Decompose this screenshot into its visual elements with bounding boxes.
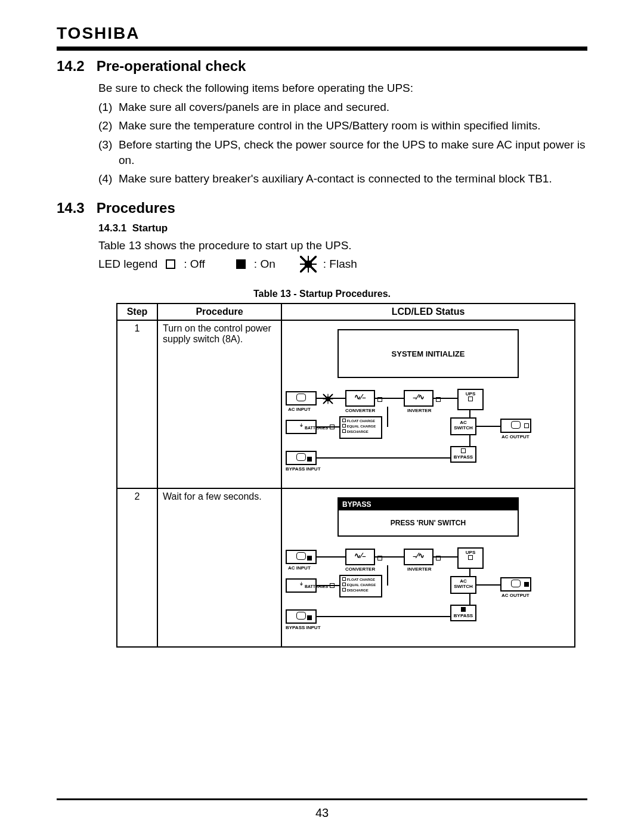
step-number: 2 [117, 488, 157, 647]
legend-off: : Off [184, 258, 205, 271]
procedure-text: Turn on the control power supply switch … [157, 320, 281, 488]
ac-input-block [286, 550, 317, 564]
col-step: Step [117, 304, 157, 320]
converter-label: CONVERTER [345, 408, 375, 413]
inverter-label: INVERTER [407, 566, 431, 572]
table-row: 1 Turn on the control power supply switc… [117, 320, 575, 488]
led-on-icon [236, 259, 246, 269]
bypass-input-block [286, 451, 317, 465]
item-text: Before starting the UPS, check the power… [119, 137, 587, 168]
bypass-input-label: BYPASS INPUT [286, 625, 321, 630]
lcd-display: SYSTEM INITIALIZE [338, 329, 519, 378]
item-num: (4) [98, 171, 119, 187]
bypass-block: BYPASS [450, 605, 476, 621]
col-lcd: LCD/LED Status [281, 304, 575, 320]
section-14-3-heading: 14.3 Procedures [57, 200, 587, 216]
item-text: Make sure the temperature control in the… [119, 118, 587, 134]
converter-block: ∿⁄₋ [345, 390, 375, 407]
step-number: 1 [117, 320, 157, 488]
ups-block: UPS [457, 389, 484, 410]
item-num: (1) [98, 100, 119, 115]
led-flash-icon [324, 395, 332, 403]
header-rule [57, 47, 587, 51]
section-title: Pre-operational check [97, 58, 246, 74]
led-legend: LED legend : Off : On : Flash [98, 258, 587, 271]
section-intro: Be sure to check the following items bef… [98, 80, 587, 96]
legend-on: : On [254, 258, 275, 271]
legend-label: LED legend [98, 258, 157, 271]
item-num: (2) [98, 118, 119, 134]
bypass-input-block [286, 609, 317, 624]
ac-output-label: AC OUTPUT [501, 593, 530, 598]
procedure-text: Wait for a few seconds. [157, 488, 281, 647]
item-text: Make sure battery breaker's auxiliary A-… [119, 171, 587, 187]
ac-input-label: AC INPUT [288, 565, 311, 571]
section-number: 14.2 [57, 58, 92, 75]
charge-block: FLOAT CHARGE EQUAL CHARGE DISCHARGE [339, 575, 382, 597]
bypass-input-label: BYPASS INPUT [286, 466, 321, 472]
inverter-block: ₋⁄∿ [404, 390, 434, 407]
table-header-row: Step Procedure LCD/LED Status [117, 304, 575, 320]
lcd-cell: SYSTEM INITIALIZE AC INPUT ∿⁄₋ CONVERTER… [281, 320, 575, 488]
brand-logo: TOSHIBA [57, 24, 587, 43]
subsection-title: Startup [132, 222, 168, 234]
charge-block: FLOAT CHARGE EQUAL CHARGE DISCHARGE [339, 416, 382, 439]
converter-block: ∿⁄₋ [345, 549, 375, 565]
item-num: (3) [98, 137, 119, 168]
ac-input-block [286, 391, 317, 405]
ac-input-label: AC INPUT [288, 407, 311, 412]
legend-flash: : Flash [323, 258, 357, 271]
led-off-icon [166, 259, 175, 269]
section-title: Procedures [97, 200, 175, 216]
section-number: 14.3 [57, 200, 92, 216]
inverter-block: ₋⁄∿ [404, 549, 434, 565]
lcd-cell: BYPASS PRESS 'RUN' SWITCH AC INPUT ∿⁄₋ C… [281, 488, 575, 647]
page-number: 43 [0, 806, 644, 820]
check-list: (1)Make sure all covers/panels are in pl… [98, 100, 587, 187]
subsection-number: 14.3.1 [98, 222, 126, 234]
subsection-text: Table 13 shows the procedure to start up… [98, 238, 587, 253]
footer-rule [57, 798, 587, 800]
subsection-heading: 14.3.1 Startup [98, 222, 587, 234]
ups-block: UPS [457, 547, 484, 569]
bypass-block: BYPASS [450, 446, 476, 463]
procedure-table: Step Procedure LCD/LED Status 1 Turn on … [116, 303, 575, 648]
block-diagram: AC INPUT ∿⁄₋ CONVERTER ₋⁄∿ INVERTER UPS … [286, 545, 571, 640]
page: TOSHIBA 14.2 Pre-operational check Be su… [0, 0, 644, 833]
item-text: Make sure all covers/panels are in place… [119, 100, 587, 115]
lcd-bar: BYPASS [339, 498, 518, 510]
led-flash-icon [302, 258, 315, 271]
section-14-2-heading: 14.2 Pre-operational check [57, 58, 587, 75]
inverter-label: INVERTER [407, 408, 431, 413]
ac-switch-block: ACSWITCH [450, 576, 476, 594]
col-procedure: Procedure [157, 304, 281, 320]
lcd-display: BYPASS PRESS 'RUN' SWITCH [338, 497, 519, 537]
ac-output-label: AC OUTPUT [501, 434, 530, 439]
table-row: 2 Wait for a few seconds. BYPASS PRESS '… [117, 488, 575, 647]
ac-switch-block: ACSWITCH [450, 417, 476, 435]
converter-label: CONVERTER [345, 566, 375, 572]
block-diagram: AC INPUT ∿⁄₋ CONVERTER ₋⁄∿ INVERTER UPS … [286, 386, 571, 482]
lcd-message: PRESS 'RUN' SWITCH [339, 510, 518, 535]
table-caption: Table 13 - Startup Procedures. [57, 289, 587, 299]
